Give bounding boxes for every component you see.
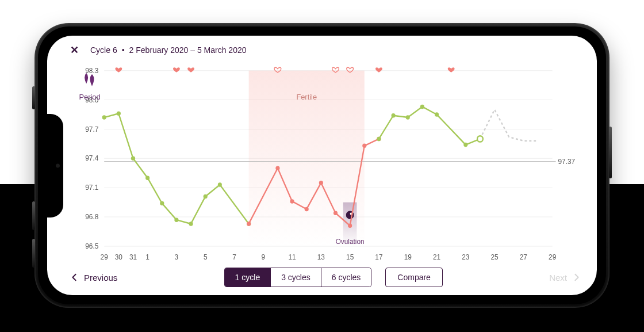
svg-text:13: 13 [317,253,325,261]
svg-point-43 [117,112,121,116]
cycle-label: Cycle 6 [90,45,117,55]
chevron-left-icon [70,273,78,281]
next-label: Next [549,273,567,283]
bullet-separator: • [122,45,125,55]
svg-point-63 [406,115,410,119]
svg-point-58 [348,224,352,228]
svg-point-59 [362,144,366,148]
svg-point-44 [131,157,135,161]
svg-point-61 [377,137,381,141]
svg-text:Fertile: Fertile [296,92,317,101]
mute-switch [32,86,35,109]
svg-text:15: 15 [346,253,354,261]
chevron-right-icon [573,273,581,281]
svg-text:Period: Period [79,92,101,101]
svg-text:11: 11 [288,253,296,261]
svg-point-45 [145,175,150,180]
phone-frame: ✕ Cycle 6 • 2 February 2020 – 5 March 20… [34,23,610,308]
segment-6-cycles[interactable]: 6 cycles [321,268,371,287]
svg-point-57 [334,211,338,215]
svg-point-55 [305,207,309,211]
svg-text:9: 9 [261,253,265,261]
close-icon[interactable]: ✕ [70,44,79,56]
svg-text:Ovulation: Ovulation [336,237,365,245]
previous-label: Previous [84,273,117,283]
compare-label: Compare [397,273,431,282]
svg-text:17: 17 [375,253,382,261]
svg-point-53 [275,166,279,170]
header-row: ✕ Cycle 6 • 2 February 2020 – 5 March 20… [70,44,581,56]
svg-text:29: 29 [101,253,108,261]
phone-screen: ✕ Cycle 6 • 2 February 2020 – 5 March 20… [47,36,597,295]
svg-text:21: 21 [433,253,440,261]
volume-down-button [32,239,35,268]
previous-button[interactable]: Previous [70,273,117,283]
compare-button[interactable]: Compare [385,268,443,287]
svg-text:97.1: 97.1 [85,184,98,192]
svg-point-66 [463,143,467,147]
svg-point-50 [218,182,222,186]
svg-point-62 [392,113,396,117]
power-button [609,127,612,178]
segment-1-cycle[interactable]: 1 cycle [225,268,271,287]
svg-point-47 [174,217,178,222]
svg-text:29: 29 [549,253,556,261]
svg-point-68 [477,136,483,142]
svg-point-56 [319,181,323,185]
svg-text:5: 5 [204,253,208,261]
temperature-chart: 96.596.897.197.497.798.098.3293031135791… [70,60,581,263]
svg-text:23: 23 [462,253,469,261]
date-range: 2 February 2020 – 5 March 2020 [129,45,247,55]
svg-point-54 [290,199,294,203]
svg-text:96.5: 96.5 [85,242,98,250]
svg-text:97.4: 97.4 [85,154,98,162]
svg-point-52 [247,222,251,226]
svg-text:3: 3 [175,253,179,261]
svg-point-42 [102,115,106,119]
volume-up-button [32,201,35,230]
cycle-range-segment: 1 cycle3 cycles6 cycles [224,268,372,287]
svg-text:25: 25 [491,253,499,261]
segment-3-cycles[interactable]: 3 cycles [271,268,321,287]
svg-text:27: 27 [520,253,527,261]
svg-text:98.3: 98.3 [85,67,98,75]
svg-text:97.7: 97.7 [85,125,98,133]
svg-text:97.37: 97.37 [558,157,576,165]
svg-point-64 [420,105,424,109]
next-button: Next [549,273,581,283]
svg-text:7: 7 [232,253,236,261]
phone-notch [47,114,63,217]
svg-point-49 [204,194,208,199]
svg-text:31: 31 [129,253,137,261]
svg-point-48 [189,222,193,226]
svg-text:19: 19 [404,253,412,261]
svg-text:30: 30 [115,253,122,261]
svg-point-65 [435,112,439,116]
svg-text:96.8: 96.8 [85,213,98,221]
svg-point-46 [160,201,164,205]
svg-text:1: 1 [145,253,150,261]
